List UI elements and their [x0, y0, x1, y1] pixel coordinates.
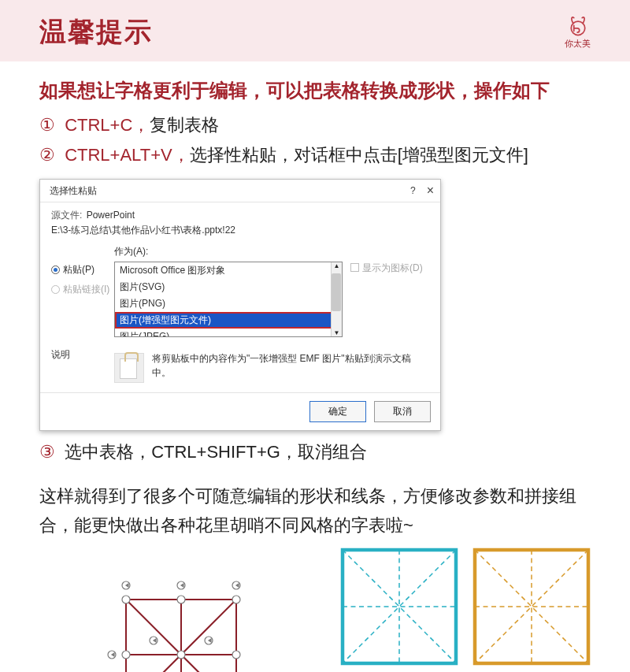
radio-label: 粘贴(P) — [63, 263, 94, 277]
source-app: PowerPoint — [87, 210, 135, 221]
clipboard-icon — [114, 353, 144, 383]
step-text: 复制表格 — [150, 115, 219, 135]
show-as-icon-check: 显示为图标(D) — [343, 262, 429, 337]
step-number: ① — [39, 115, 55, 135]
step-3: ③ 选中表格，CTRL+SHIFT+G，取消组合 — [39, 437, 591, 466]
step-2: ② CTRL+ALT+V，选择性粘贴，对话框中点击[增强型图元文件] — [39, 140, 591, 169]
scroll-thumb[interactable] — [332, 273, 341, 311]
grid-tile-cyan — [340, 548, 458, 666]
svg-point-11 — [232, 651, 240, 659]
checkbox-icon — [350, 263, 359, 272]
lead-text: 如果想让字格更利于编辑，可以把表格转换成形状，操作如下 — [39, 76, 591, 106]
header-bar: 温馨提示 你太美 — [0, 0, 630, 61]
list-item[interactable]: 图片(PNG) — [115, 295, 342, 312]
scroll-up-icon[interactable]: ▲ — [334, 262, 340, 269]
ok-button[interactable]: 确定 — [309, 401, 366, 422]
grid-tile-amber — [472, 548, 591, 666]
editable-grid-sample — [102, 576, 260, 672]
brand-logo: 你太美 — [565, 16, 591, 50]
list-item[interactable]: Microsoft Office 图形对象 — [115, 262, 342, 279]
svg-point-6 — [122, 596, 130, 603]
grid-style-samples — [340, 548, 591, 672]
svg-point-10 — [177, 651, 185, 659]
step-number: ③ — [39, 442, 55, 462]
description-label: 说明 — [51, 348, 106, 383]
page-title: 温馨提示 — [39, 14, 153, 50]
step-1: ① CTRL+C，复制表格 — [39, 110, 591, 139]
list-item[interactable]: 图片(JPEG) — [115, 329, 342, 337]
paste-special-dialog: 选择性粘贴 ? × 源文件: PowerPoint E:\3-练习总结\其他作品… — [39, 179, 441, 431]
paste-radio[interactable]: 粘贴(P) — [51, 263, 114, 277]
source-label: 源文件: — [51, 210, 82, 221]
source-row: 源文件: PowerPoint — [51, 209, 429, 222]
dialog-title: 选择性粘贴 — [50, 184, 97, 198]
list-item[interactable]: 图片(SVG) — [115, 279, 342, 295]
dialog-titlebar: 选择性粘贴 ? × — [40, 180, 440, 202]
source-path: E:\3-练习总结\其他作品\小红书\表格.pptx!22 — [51, 224, 429, 237]
list-item-selected[interactable]: 图片(增强型图元文件) — [115, 312, 342, 329]
step-highlight: CTRL+C， — [65, 115, 150, 135]
step-text: 选中表格，CTRL+SHIFT+G，取消组合 — [65, 442, 367, 462]
svg-point-7 — [177, 596, 185, 603]
closing-paragraph: 这样就得到了很多个可随意编辑的形状和线条，方便修改参数和拼接组合，能更快做出各种… — [39, 481, 591, 540]
svg-point-9 — [122, 651, 130, 659]
scroll-down-icon[interactable]: ▼ — [334, 329, 340, 336]
cancel-button[interactable]: 取消 — [374, 401, 431, 422]
svg-point-8 — [232, 596, 240, 603]
step-number: ② — [39, 145, 55, 165]
as-label: 作为(A): — [114, 245, 429, 258]
brand-name: 你太美 — [565, 38, 591, 50]
checkbox-label: 显示为图标(D) — [362, 262, 423, 275]
step-text: 选择性粘贴，对话框中点击[增强型图元文件] — [190, 145, 528, 165]
description-text: 将剪贴板中的内容作为"一张增强型 EMF 图片"粘贴到演示文稿中。 — [152, 348, 429, 383]
radio-label: 粘贴链接(I) — [63, 283, 109, 296]
rabbit-icon — [567, 16, 589, 38]
close-button[interactable]: × — [427, 184, 434, 198]
paste-link-radio: 粘贴链接(I) — [51, 283, 114, 296]
format-listbox[interactable]: Microsoft Office 图形对象 图片(SVG) 图片(PNG) 图片… — [114, 262, 343, 337]
help-button[interactable]: ? — [410, 185, 416, 196]
step-highlight: CTRL+ALT+V， — [65, 145, 190, 165]
